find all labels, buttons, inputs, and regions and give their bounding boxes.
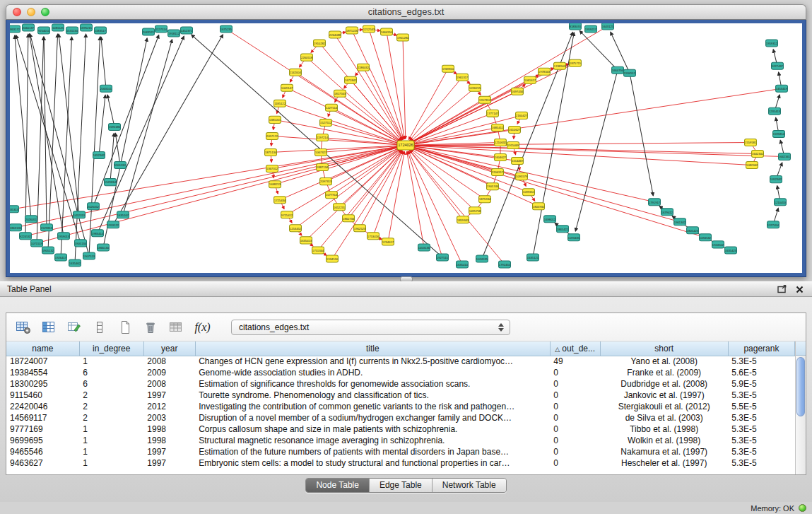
graph-node[interactable]: 5905134 [75, 240, 87, 247]
graph-node[interactable]: 1805423 [687, 227, 699, 234]
graph-node[interactable]: 1226215 [469, 84, 481, 91]
graph-edge[interactable] [630, 73, 653, 196]
row-options-icon[interactable] [90, 317, 109, 337]
graph-node[interactable]: 1792455 [499, 261, 511, 268]
table-cell[interactable]: 1997 [143, 390, 195, 401]
graph-node[interactable]: 1531134 [66, 27, 78, 34]
graph-node[interactable]: 1817563 [334, 90, 346, 97]
table-cell[interactable]: 5.3E-5 [728, 390, 794, 401]
table-cell[interactable]: 5.9E-5 [728, 378, 794, 390]
table-cell[interactable]: 0 [550, 424, 600, 435]
graph-edge[interactable] [412, 147, 680, 222]
graph-edge[interactable] [363, 67, 403, 139]
graph-node[interactable]: 1865422 [557, 226, 569, 233]
table-cell[interactable]: 0 [550, 401, 600, 412]
table-cell[interactable]: 2 [79, 390, 143, 401]
graph-node[interactable]: 2097313 [320, 178, 332, 185]
graph-node[interactable]: 1604627 [495, 154, 507, 161]
graph-node[interactable]: 1961317 [457, 74, 469, 81]
table-cell[interactable]: Dudbridge et al. (2008) [600, 378, 728, 390]
table-row[interactable]: 1830029562008Estimation of significance … [6, 378, 795, 390]
graph-node[interactable]: 2060137 [23, 24, 35, 31]
graph-node[interactable]: 1875715 [570, 59, 582, 66]
table-cell[interactable]: 9699695 [6, 435, 79, 446]
table-row[interactable]: 969969511998Structural magnetic resonanc… [6, 435, 795, 446]
table-cell[interactable]: Genome-wide association studies in ADHD. [195, 367, 550, 378]
graph-node[interactable]: 1183517 [95, 27, 107, 34]
table-cell[interactable]: 5.3E-5 [728, 457, 794, 469]
graph-edge[interactable] [101, 37, 106, 88]
table-cell[interactable]: 49 [550, 356, 600, 367]
table-cell[interactable]: Tibbo et al. (1998) [600, 424, 728, 435]
graph-node[interactable]: 1957812 [479, 96, 491, 103]
graph-node[interactable]: 1093435 [568, 234, 580, 241]
graph-node[interactable]: 1664794 [612, 66, 624, 74]
table-cell[interactable]: 9115460 [6, 390, 79, 401]
tab-network-table[interactable]: Network Table [432, 479, 506, 492]
graph-node[interactable]: 1635414 [457, 261, 469, 268]
table-cell[interactable]: 9465546 [6, 446, 79, 457]
graph-node[interactable]: 1697434 [512, 88, 524, 95]
graph-node[interactable]: 1978343 [539, 68, 551, 75]
graph-node[interactable]: 1725434 [274, 197, 286, 204]
table-cell[interactable]: 0 [550, 435, 600, 446]
table-selector-dropdown[interactable]: citations_edges.txt [231, 320, 510, 335]
table-row[interactable]: 946362711997Embryonic stem cells: a mode… [6, 457, 795, 469]
import-table-icon[interactable] [166, 317, 185, 337]
graph-node[interactable]: 1154469 [512, 158, 524, 165]
tab-edge-table[interactable]: Edge Table [369, 479, 432, 492]
graph-node[interactable]: 2264088 [329, 31, 341, 38]
table-cell[interactable]: Wolkin et al. (1998) [600, 435, 728, 446]
table-cell[interactable]: Hescheler et al. (1997) [600, 457, 728, 469]
graph-node[interactable]: 1635167 [117, 211, 129, 218]
table-cell[interactable]: Corpus callosum shape and size in male p… [195, 424, 550, 435]
table-cell[interactable]: 1 [79, 424, 143, 435]
graph-node[interactable]: 1235413 [769, 107, 781, 115]
graph-node[interactable]: 1082342 [746, 162, 758, 169]
graph-node[interactable]: 1751344 [312, 247, 324, 254]
column-header-name[interactable]: name [6, 341, 79, 356]
graph-node[interactable]: 1871226 [346, 27, 358, 34]
table-cell[interactable]: 2 [79, 401, 143, 412]
graph-node[interactable]: 9254011 [38, 27, 50, 34]
graph-edge[interactable] [75, 34, 86, 263]
graph-edge[interactable] [280, 103, 399, 143]
graph-node[interactable]: 1077914 [326, 192, 338, 199]
graph-node[interactable]: 1081145 [52, 24, 64, 31]
graph-node[interactable]: 1071519 [31, 240, 43, 247]
graph-node[interactable]: 1452342 [93, 152, 105, 159]
graph-node[interactable]: 1753416 [367, 233, 379, 240]
column-header-in_degree[interactable]: in_degree [79, 341, 143, 356]
graph-node[interactable]: 1127514 [155, 25, 167, 33]
select-columns-icon[interactable] [39, 317, 58, 337]
graph-node[interactable]: 1495758 [469, 207, 481, 214]
graph-node[interactable]: 1679412 [661, 209, 673, 216]
graph-node[interactable]: 1652231 [334, 204, 346, 211]
float-panel-icon[interactable] [777, 285, 787, 293]
table-cell[interactable]: Jankovic et al. (1997) [600, 390, 728, 401]
table-row[interactable]: 946554611997Estimation of the future num… [6, 446, 795, 457]
table-cell[interactable]: Changes of HCN gene expression and I(f) … [195, 356, 550, 367]
table-cell[interactable]: 2003 [143, 412, 195, 424]
table-cell[interactable]: 2009 [143, 367, 195, 378]
delete-table-icon[interactable] [141, 317, 160, 337]
graph-edge[interactable] [322, 137, 399, 144]
table-cell[interactable]: 5.3E-5 [728, 412, 794, 424]
graph-node[interactable]: 1227514 [326, 104, 338, 111]
table-cell[interactable]: 1 [79, 446, 143, 457]
graph-node[interactable]: 1863136 [10, 224, 22, 231]
graph-node[interactable]: 1642341 [779, 153, 791, 160]
graph-node[interactable]: 1675235 [220, 25, 233, 33]
table-cell[interactable]: 22420046 [6, 401, 79, 412]
graph-node[interactable]: 1959013 [58, 233, 70, 240]
graph-edge[interactable] [275, 147, 399, 185]
graph-node[interactable]: 1961342 [674, 218, 686, 226]
graph-edge[interactable] [579, 30, 618, 70]
graph-node[interactable]: 1377054 [767, 221, 779, 228]
table-cell[interactable]: 1 [79, 457, 143, 469]
graph-node[interactable]: 1863172 [10, 25, 20, 33]
graph-node[interactable]: 1095579 [516, 173, 528, 180]
table-cell[interactable]: 14569117 [6, 412, 79, 424]
graph-node[interactable]: 1009147 [281, 84, 293, 91]
graph-node[interactable]: 1099651 [523, 189, 535, 196]
